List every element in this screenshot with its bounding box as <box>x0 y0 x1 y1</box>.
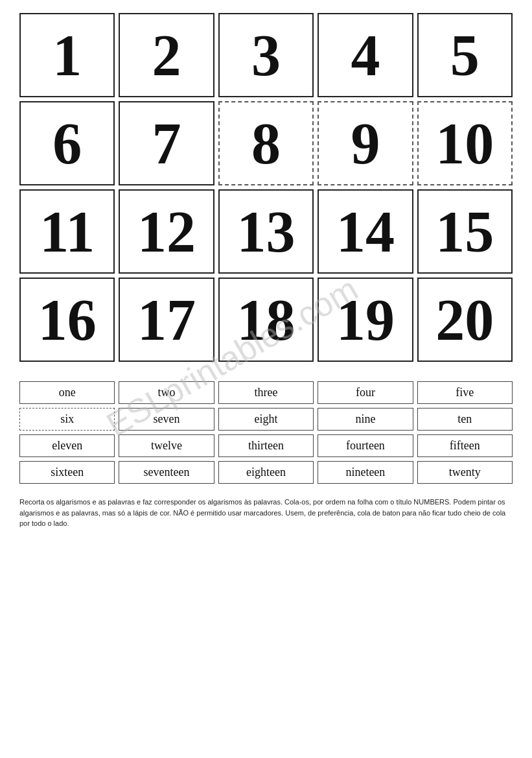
word-card-fifteen: fifteen <box>417 434 513 457</box>
word-card-three: three <box>218 381 314 404</box>
word-card-thirteen: thirteen <box>218 434 314 457</box>
number-card-3: 3 <box>218 13 314 97</box>
word-card-nine: nine <box>318 408 413 431</box>
word-card-two: two <box>119 381 214 404</box>
word-card-fourteen: fourteen <box>318 434 413 457</box>
number-grid: 1234567891011121314151617181920 <box>19 13 513 362</box>
word-card-four: four <box>318 381 413 404</box>
number-card-19: 19 <box>318 278 413 362</box>
word-card-twelve: twelve <box>119 434 214 457</box>
number-card-8: 8 <box>218 101 314 185</box>
word-card-six: six <box>19 408 115 431</box>
number-card-16: 16 <box>19 278 115 362</box>
word-card-eleven: eleven <box>19 434 115 457</box>
word-card-one: one <box>19 381 115 404</box>
number-card-12: 12 <box>119 189 214 274</box>
number-card-17: 17 <box>119 278 214 362</box>
number-card-18: 18 <box>218 278 314 362</box>
word-card-nineteen: nineteen <box>318 461 413 484</box>
number-card-7: 7 <box>119 101 214 185</box>
number-card-11: 11 <box>19 189 115 274</box>
number-card-6: 6 <box>19 101 115 185</box>
number-card-9: 9 <box>318 101 413 185</box>
word-card-eighteen: eighteen <box>218 461 314 484</box>
number-card-15: 15 <box>417 189 513 274</box>
word-card-eight: eight <box>218 408 314 431</box>
number-card-2: 2 <box>119 13 214 97</box>
word-card-sixteen: sixteen <box>19 461 115 484</box>
number-card-5: 5 <box>417 13 513 97</box>
word-card-seventeen: seventeen <box>119 461 214 484</box>
number-card-1: 1 <box>19 13 115 97</box>
number-card-13: 13 <box>218 189 314 274</box>
word-grid: onetwothreefourfivesixseveneightninetene… <box>19 381 513 484</box>
word-card-ten: ten <box>417 408 513 431</box>
number-card-10: 10 <box>417 101 513 185</box>
word-card-seven: seven <box>119 408 214 431</box>
number-card-20: 20 <box>417 278 513 362</box>
word-card-twenty: twenty <box>417 461 513 484</box>
number-card-14: 14 <box>318 189 413 274</box>
word-card-five: five <box>417 381 513 404</box>
instructions: Recorta os algarismos e as palavras e fa… <box>19 497 513 529</box>
number-card-4: 4 <box>318 13 413 97</box>
